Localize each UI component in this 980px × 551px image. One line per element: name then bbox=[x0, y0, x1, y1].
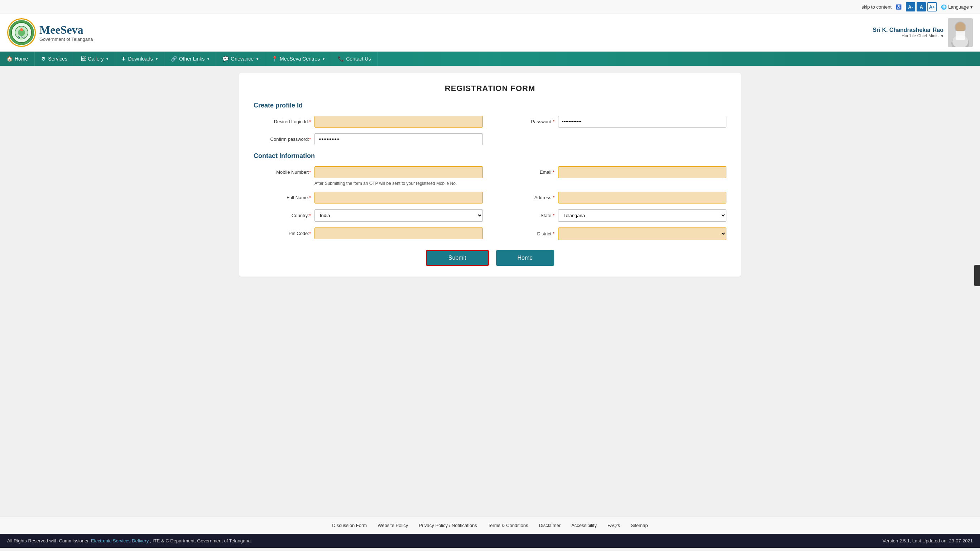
footer-disclaimer[interactable]: Disclaimer bbox=[539, 523, 560, 528]
language-label: Language bbox=[948, 4, 969, 10]
language-selector[interactable]: 🌐 Language ▾ bbox=[941, 4, 973, 10]
section1-title: Create profile Id bbox=[254, 102, 726, 109]
full-name-field: Full Name:* bbox=[254, 192, 483, 204]
nav-services[interactable]: ⚙ Services bbox=[35, 52, 74, 66]
svg-point-8 bbox=[955, 22, 965, 32]
email-input[interactable] bbox=[558, 166, 726, 178]
cm-section: Sri K. Chandrashekar Rao Hon'ble Chief M… bbox=[873, 18, 973, 47]
site-header: మీ సేవ MeeSeva Government of Telangana S… bbox=[0, 14, 980, 52]
nav-grievance[interactable]: 💬 Grievance ▾ bbox=[216, 52, 265, 66]
section-contact-info: Contact Information Mobile Number:* Emai… bbox=[254, 152, 726, 240]
cm-title: Hon'ble Chief Minister bbox=[873, 33, 943, 38]
side-scroll-handle[interactable] bbox=[974, 265, 980, 286]
nav-home[interactable]: 🏠 Home bbox=[0, 52, 35, 66]
address-field: Address:* bbox=[497, 192, 726, 204]
mobile-note: After Submitting the form an OTP will be… bbox=[254, 181, 483, 186]
grievance-icon: 💬 bbox=[223, 56, 229, 62]
home-icon: 🏠 bbox=[6, 56, 13, 62]
email-field: Email:* bbox=[497, 166, 726, 178]
logo-emblem: మీ సేవ bbox=[9, 20, 34, 45]
svg-text:మీ సేవ: మీ సేవ bbox=[18, 36, 26, 39]
services-icon: ⚙ bbox=[41, 56, 46, 62]
grievance-dropdown-arrow: ▾ bbox=[256, 57, 258, 61]
profile-fields-grid: Desired Login Id:* Password:* Confirm pa… bbox=[254, 116, 726, 145]
pin-code-field: Pin Code:* bbox=[254, 228, 483, 239]
footer-faqs[interactable]: FAQ's bbox=[608, 523, 620, 528]
logo-text: MeeSeva Government of Telangana bbox=[40, 23, 93, 42]
footer-accessibility[interactable]: Accessibility bbox=[571, 523, 597, 528]
font-medium-button[interactable]: A bbox=[916, 2, 926, 11]
footer-esd-link[interactable]: Electronic Services Delivery bbox=[91, 538, 149, 543]
confirm-password-field: Confirm password:* bbox=[254, 133, 483, 145]
mobile-number-input[interactable] bbox=[315, 166, 483, 178]
font-small-button[interactable]: A- bbox=[906, 2, 915, 11]
nav-meeseva-centres[interactable]: 📍 MeeSeva Centres ▾ bbox=[265, 52, 331, 66]
font-large-button[interactable]: A+ bbox=[928, 2, 937, 11]
registration-form-container: REGISTRATION FORM Create profile Id Desi… bbox=[239, 73, 741, 277]
mobile-number-field: Mobile Number:* bbox=[254, 166, 483, 178]
district-select[interactable] bbox=[558, 228, 726, 240]
font-size-controls: A- A A+ bbox=[906, 2, 937, 11]
address-input[interactable] bbox=[558, 192, 726, 204]
other-links-dropdown-arrow: ▾ bbox=[207, 57, 209, 61]
password-input[interactable] bbox=[558, 116, 726, 127]
nav-meeseva-centres-label: MeeSeva Centres bbox=[280, 56, 320, 62]
email-label: Email:* bbox=[497, 169, 554, 175]
pin-code-input[interactable] bbox=[315, 228, 483, 239]
submit-button[interactable]: Submit bbox=[426, 250, 489, 266]
site-name: MeeSeva bbox=[40, 23, 93, 37]
footer-website-policy[interactable]: Website Policy bbox=[377, 523, 408, 528]
nav-contact-us[interactable]: 📞 Contact Us bbox=[331, 52, 377, 66]
language-dropdown-arrow: ▾ bbox=[970, 4, 973, 10]
nav-other-links-label: Other Links bbox=[179, 56, 205, 62]
globe-icon: 🌐 bbox=[941, 4, 947, 10]
downloads-dropdown-arrow: ▾ bbox=[156, 57, 158, 61]
confirm-password-input[interactable] bbox=[315, 133, 483, 145]
full-name-label: Full Name:* bbox=[254, 195, 311, 200]
home-button[interactable]: Home bbox=[496, 250, 554, 266]
meeseva-centres-icon: 📍 bbox=[272, 56, 278, 62]
nav-downloads[interactable]: ⬇ Downloads ▾ bbox=[115, 52, 164, 66]
nav-gallery-label: Gallery bbox=[88, 56, 103, 62]
footer-privacy-policy[interactable]: Privacy Policy / Notifications bbox=[419, 523, 477, 528]
top-bar: skip to content ♿ A- A A+ 🌐 Language ▾ bbox=[0, 0, 980, 14]
footer-terms[interactable]: Terms & Conditions bbox=[488, 523, 528, 528]
desired-login-id-label: Desired Login Id:* bbox=[254, 119, 311, 124]
downloads-icon: ⬇ bbox=[121, 56, 126, 62]
nav-downloads-label: Downloads bbox=[128, 56, 153, 62]
accessibility-icon: ♿ bbox=[896, 4, 902, 10]
cm-photo bbox=[948, 18, 973, 47]
state-label: State:* bbox=[497, 213, 554, 218]
skip-to-content[interactable]: skip to content bbox=[861, 4, 891, 10]
nav-other-links[interactable]: 🔗 Other Links ▾ bbox=[164, 52, 216, 66]
meeseva-centres-dropdown-arrow: ▾ bbox=[323, 57, 325, 61]
bottom-footer-right: Version 2.5.1, Last Updated on: 23-07-20… bbox=[883, 538, 973, 543]
pin-code-label: Pin Code:* bbox=[254, 231, 311, 236]
nav-gallery[interactable]: 🖼 Gallery ▾ bbox=[74, 52, 115, 66]
other-links-icon: 🔗 bbox=[171, 56, 177, 62]
country-select[interactable]: India USA UK Others bbox=[315, 209, 483, 222]
mobile-number-label: Mobile Number:* bbox=[254, 169, 311, 175]
footer-discussion-form[interactable]: Discussion Form bbox=[332, 523, 367, 528]
footer-left-after: , ITE & C Department, Government of Tela… bbox=[150, 538, 252, 543]
desired-login-id-input[interactable] bbox=[315, 116, 483, 127]
cm-info: Sri K. Chandrashekar Rao Hon'ble Chief M… bbox=[873, 27, 943, 38]
svg-point-3 bbox=[20, 28, 23, 31]
gallery-dropdown-arrow: ▾ bbox=[107, 57, 108, 61]
contact-us-icon: 📞 bbox=[338, 56, 344, 62]
district-label: District:* bbox=[497, 231, 554, 236]
password-field: Password:* bbox=[497, 116, 726, 127]
footer-sitemap[interactable]: Sitemap bbox=[631, 523, 648, 528]
bottom-footer-left: All Rights Reserved with Commissioner, E… bbox=[7, 538, 252, 543]
bottom-footer: All Rights Reserved with Commissioner, E… bbox=[0, 534, 980, 548]
site-subtitle: Government of Telangana bbox=[40, 37, 93, 42]
section-create-profile: Create profile Id Desired Login Id:* Pas… bbox=[254, 102, 726, 145]
country-field: Country:* India USA UK Others bbox=[254, 209, 483, 222]
full-name-input[interactable] bbox=[315, 192, 483, 204]
state-select[interactable]: Telangana Andhra Pradesh Maharashtra Kar… bbox=[558, 209, 726, 222]
country-label: Country:* bbox=[254, 213, 311, 218]
gallery-icon: 🖼 bbox=[81, 56, 86, 62]
contact-fields-grid: Mobile Number:* Email:* After Submitting… bbox=[254, 166, 726, 240]
nav-contact-us-label: Contact Us bbox=[346, 56, 371, 62]
main-nav: 🏠 Home ⚙ Services 🖼 Gallery ▾ ⬇ Download… bbox=[0, 52, 980, 66]
